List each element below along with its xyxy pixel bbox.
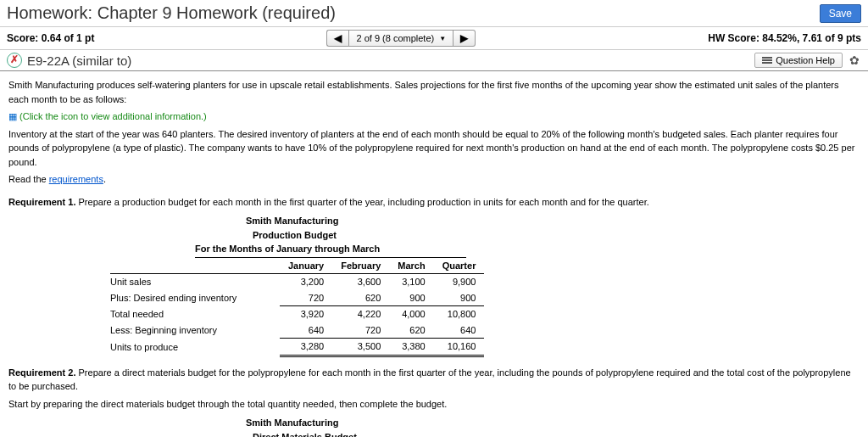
question-status-icon bbox=[7, 53, 22, 68]
table-row: Plus: Desired ending inventory 720 620 9… bbox=[110, 290, 484, 306]
score-text: Score: 0.64 of 1 pt bbox=[7, 32, 94, 44]
chevron-down-icon: ▼ bbox=[439, 35, 446, 42]
requirement-1: Requirement 1. Prepare a production budg… bbox=[8, 195, 860, 210]
intro-text: Smith Manufacturing produces self-wateri… bbox=[8, 78, 860, 106]
question-bar: E9-22A (similar to) Question Help ✿ bbox=[0, 50, 868, 71]
table-row: Total needed 3,920 4,220 4,000 10,800 bbox=[110, 306, 484, 322]
next-question-button[interactable]: ▶ bbox=[453, 30, 476, 47]
direct-materials-budget: Smith Manufacturing Direct Materials Bud… bbox=[110, 416, 860, 437]
table-row: Less: Beginning inventory 640 720 620 64… bbox=[110, 322, 484, 339]
title-bar: Homework: Chapter 9 Homework (required) … bbox=[0, 0, 868, 27]
list-icon bbox=[762, 56, 772, 64]
hw-score-text: HW Score: 84.52%, 7.61 of 9 pts bbox=[708, 32, 861, 44]
table-row: Units to produce 3,280 3,500 3,380 10,16… bbox=[110, 339, 484, 356]
data-table-icon[interactable]: ▦ bbox=[8, 111, 17, 121]
table-row: Unit sales 3,200 3,600 3,100 9,900 bbox=[110, 274, 484, 290]
question-help-button[interactable]: Question Help bbox=[754, 53, 843, 68]
read-requirements: Read the requirements. bbox=[8, 172, 860, 187]
progress-dropdown[interactable]: 2 of 9 (8 complete) ▼ bbox=[348, 30, 453, 47]
requirements-link[interactable]: requirements bbox=[49, 174, 103, 184]
additional-info-link[interactable]: (Click the icon to view additional infor… bbox=[19, 111, 207, 121]
inventory-text: Inventory at the start of the year was 6… bbox=[8, 127, 860, 170]
page-title: Homework: Chapter 9 Homework (required) bbox=[7, 3, 336, 23]
progress-nav: ◀ 2 of 9 (8 complete) ▼ ▶ bbox=[326, 30, 476, 47]
question-content: Smith Manufacturing produces self-wateri… bbox=[0, 71, 868, 437]
production-budget: Smith Manufacturing Production Budget Fo… bbox=[110, 214, 860, 357]
save-button[interactable]: Save bbox=[820, 4, 861, 23]
gear-icon[interactable]: ✿ bbox=[848, 53, 861, 67]
prev-question-button[interactable]: ◀ bbox=[326, 30, 348, 47]
score-bar: Score: 0.64 of 1 pt ◀ 2 of 9 (8 complete… bbox=[0, 27, 868, 50]
question-id: E9-22A (similar to) bbox=[27, 53, 131, 68]
production-budget-table: January February March Quarter Unit sale… bbox=[110, 258, 484, 357]
requirement-2: Requirement 2. Prepare a direct material… bbox=[8, 366, 860, 412]
